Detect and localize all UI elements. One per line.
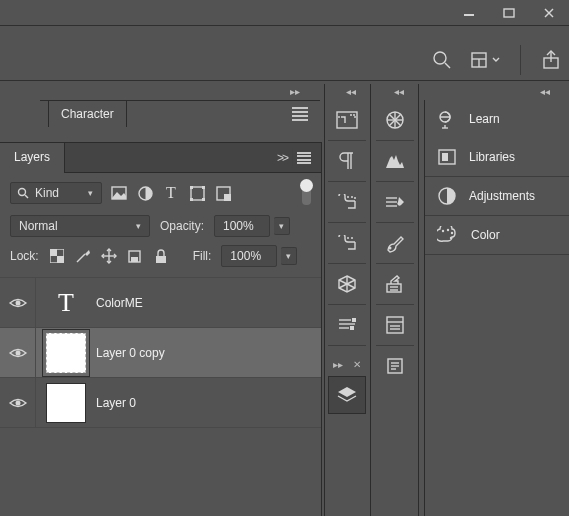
paragraph-panel-icon[interactable] [328,141,366,181]
window-minimize-button[interactable] [449,0,489,25]
collapse-arrows-icon[interactable]: ◂◂ [346,84,356,98]
3d-panel-icon[interactable] [328,264,366,304]
opacity-value: 100% [223,219,254,233]
lock-image-icon[interactable] [75,248,91,264]
collapsed-panel-strip [376,100,414,386]
blend-mode-value: Normal [19,219,58,233]
opacity-stepper[interactable]: ▾ [274,217,290,235]
arrange-documents-icon[interactable] [470,51,500,69]
blend-mode-dropdown[interactable]: Normal ▾ [10,215,150,237]
clone-source-panel-icon[interactable] [376,264,414,304]
visibility-toggle[interactable] [0,328,36,377]
svg-rect-79 [442,153,448,161]
filter-toggle[interactable] [302,181,311,205]
filter-type-icon[interactable]: T [162,184,180,202]
svg-rect-67 [387,317,403,333]
right-panel: Learn Libraries Adjustments Color [424,100,569,516]
svg-point-82 [447,229,449,231]
collapse-arrows-icon[interactable]: ▸▸ [290,84,300,98]
panel-adjustments[interactable]: Adjustments [425,177,569,215]
filter-smartobject-icon[interactable] [214,184,232,202]
lock-transparency-icon[interactable] [49,248,65,264]
layer-name[interactable]: Layer 0 [96,396,136,410]
layer-thumbnail [46,383,86,423]
layer-row[interactable]: T ColorME [0,277,321,327]
collapsed-panel-strip: ▸▸ ✕ [328,100,366,418]
swatches-panel-icon[interactable] [328,223,366,263]
panel-menu-icon[interactable] [297,152,311,164]
collapse-arrows-icon[interactable]: ◂◂ [540,84,550,98]
svg-point-83 [451,232,453,234]
layer-name[interactable]: ColorME [96,296,143,310]
fill-stepper[interactable]: ▾ [281,247,297,265]
svg-line-25 [77,254,85,262]
collapse-arrows-icon[interactable]: ◂◂ [394,84,404,98]
lock-position-icon[interactable] [101,248,117,264]
layers-panel-icon[interactable] [328,376,366,414]
panel-color[interactable]: Color [425,216,569,254]
opacity-field[interactable]: 100% [214,215,270,237]
navigator-panel-icon[interactable] [376,100,414,140]
svg-point-4 [434,52,446,64]
search-icon [17,187,29,199]
libraries-icon [437,147,457,167]
notes-panel-icon[interactable] [376,346,414,386]
histogram-panel-icon[interactable] [376,141,414,181]
filter-kind-dropdown[interactable]: Kind ▾ [10,182,102,204]
brushes-panel-icon[interactable] [376,182,414,222]
svg-point-63 [389,247,392,250]
styles-panel-icon[interactable] [328,182,366,222]
tab-layers[interactable]: Layers [0,143,65,173]
svg-rect-19 [202,198,205,201]
svg-marker-54 [338,387,356,397]
layer-row[interactable]: Layer 0 [0,377,321,427]
svg-point-34 [15,400,20,405]
layers-panel: Layers >> Kind ▾ T Normal ▾ O [0,142,322,516]
svg-rect-22 [50,249,57,256]
visibility-toggle[interactable] [0,278,36,327]
svg-point-11 [19,189,26,196]
svg-rect-31 [156,256,166,263]
eye-icon [9,297,27,309]
svg-point-32 [15,300,20,305]
close-icon[interactable]: ✕ [353,359,361,370]
glyphs-panel-icon[interactable] [328,100,366,140]
chevron-down-icon: ▾ [279,221,284,231]
filter-adjustment-icon[interactable] [136,184,154,202]
learn-icon [437,109,457,129]
visibility-toggle[interactable] [0,378,36,427]
layer-row[interactable]: Layer 0 copy [0,327,321,377]
fill-label: Fill: [193,249,212,263]
panel-learn[interactable]: Learn [425,100,569,138]
search-icon[interactable] [432,50,452,70]
actions-panel-icon[interactable] [376,305,414,345]
fill-field[interactable]: 100% [221,245,277,267]
chevron-down-icon: ▾ [286,251,291,261]
brush-settings-panel-icon[interactable] [376,223,414,263]
window-maximize-button[interactable] [489,0,529,25]
share-icon[interactable] [541,50,561,70]
svg-point-39 [353,114,355,116]
tab-character[interactable]: Character [48,101,127,127]
fill-value: 100% [230,249,261,263]
color-icon [437,226,459,244]
svg-point-40 [347,196,349,198]
collapse-arrows-icon[interactable]: ▸▸ [333,359,343,370]
panel-menu-icon[interactable] [292,107,308,121]
window-close-button[interactable] [529,0,569,25]
lock-all-icon[interactable] [153,248,169,264]
svg-line-5 [445,63,450,68]
panel-label: Color [471,228,500,242]
layer-name[interactable]: Layer 0 copy [96,346,165,360]
properties-panel-icon[interactable] [328,305,366,345]
lock-artboard-icon[interactable] [127,248,143,264]
svg-point-41 [351,196,353,198]
panel-label: Adjustments [469,189,535,203]
filter-shape-icon[interactable] [188,184,206,202]
expand-arrows-icon[interactable]: >> [277,151,287,165]
svg-point-33 [15,350,20,355]
filter-image-icon[interactable] [110,184,128,202]
svg-rect-30 [131,257,138,262]
layer-list: T ColorME Layer 0 copy Layer 0 [0,277,321,428]
panel-libraries[interactable]: Libraries [425,138,569,176]
